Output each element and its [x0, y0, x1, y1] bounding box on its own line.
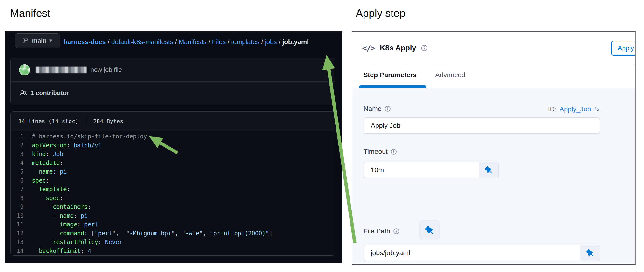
code-line-content: apiVersion: batch/v1 — [32, 142, 102, 149]
code-line-row: 11 image: perl — [10, 220, 335, 229]
line-number[interactable]: 6 — [10, 177, 32, 184]
info-icon[interactable] — [390, 149, 397, 155]
github-file-panel: main ▾ harness-docs / default-k8s-manife… — [5, 31, 342, 263]
avatar-image — [19, 64, 30, 75]
code-line-content: spec: — [32, 195, 63, 202]
step-id-block: ID: Apply_Job ✎ — [519, 105, 600, 113]
file-path-input-pin-toggle[interactable] — [580, 245, 600, 261]
step-header: </> K8s Apply Apply — [352, 32, 635, 64]
code-line-row: 2apiVersion: batch/v1 — [10, 141, 335, 150]
id-label: ID: — [548, 105, 556, 113]
file-size: 284 Bytes — [93, 118, 123, 124]
pin-icon — [425, 226, 434, 235]
info-icon[interactable] — [421, 45, 428, 51]
line-number[interactable]: 11 — [10, 221, 32, 228]
line-number[interactable]: 14 — [10, 248, 32, 255]
file-path-label: File Path — [364, 227, 390, 235]
line-number[interactable]: 7 — [10, 186, 32, 193]
breadcrumb-segment-link[interactable]: templates — [231, 38, 260, 46]
line-number[interactable]: 10 — [10, 213, 32, 219]
file-path-input-wrap — [364, 245, 600, 261]
line-number[interactable]: 12 — [10, 230, 32, 237]
line-number[interactable]: 1 — [10, 133, 32, 140]
info-icon[interactable] — [393, 228, 400, 234]
people-icon — [20, 89, 27, 97]
breadcrumb-segment-link[interactable]: Manifests — [178, 38, 206, 46]
code-line-content: spec: — [32, 177, 49, 184]
code-line-row: 7 template: — [10, 185, 335, 194]
code-line-content: containers: — [32, 204, 91, 210]
code-line-row: 9 containers: — [10, 203, 335, 212]
tab-step-parameters[interactable]: Step Parameters — [363, 71, 416, 79]
timeout-input[interactable] — [364, 162, 499, 178]
edit-pencil-icon[interactable]: ✎ — [594, 105, 600, 113]
contributors-label: 1 contributor — [30, 89, 69, 97]
avatar[interactable] — [19, 64, 30, 75]
git-branch-icon — [23, 37, 29, 44]
active-tab-indicator — [359, 85, 426, 87]
line-number[interactable]: 5 — [10, 168, 32, 175]
breadcrumb-segment-link[interactable]: default-k8s-manifests — [111, 38, 173, 46]
file-content-card: 14 lines (14 sloc) 284 Bytes 1# harness.… — [10, 111, 335, 256]
apply-button-label: Apply — [618, 45, 634, 52]
code-step-icon: </> — [362, 43, 375, 53]
breadcrumb-segment-link[interactable]: jobs — [265, 38, 277, 46]
breadcrumb-segment-link[interactable]: Files — [212, 38, 226, 46]
code-line-row: 10 - name: pi — [10, 212, 335, 220]
line-number[interactable]: 13 — [10, 239, 32, 246]
timeout-input-wrap — [364, 162, 499, 178]
timeout-label: Timeout — [364, 148, 388, 156]
breadcrumb: harness-docs / default-k8s-manifests / M… — [64, 35, 309, 49]
breadcrumb-separator: / — [206, 38, 212, 46]
breadcrumb-separator: / — [260, 38, 265, 46]
line-number[interactable]: 4 — [10, 160, 32, 166]
branch-selector-button[interactable]: main ▾ — [15, 33, 60, 48]
page: Manifest Apply step main ▾ harness-docs … — [0, 0, 644, 272]
code-body: 1# harness.io/skip-file-for-deploy2apiVe… — [10, 131, 335, 255]
tab-advanced[interactable]: Advanced — [435, 71, 466, 79]
name-input-wrap — [364, 117, 600, 134]
line-number[interactable]: 3 — [10, 151, 32, 157]
file-lines-count: 14 lines (14 sloc) — [18, 118, 78, 124]
commit-message-link[interactable]: new job file — [90, 66, 122, 73]
pin-icon — [586, 249, 594, 257]
code-line-content: restartPolicy: Never — [32, 239, 122, 246]
code-line-row: 8 spec: — [10, 194, 335, 203]
apply-step-title: Apply step — [356, 7, 405, 19]
file-path-input[interactable] — [364, 245, 600, 261]
id-value-link[interactable]: Apply_Job — [560, 105, 591, 113]
code-line-row: 13 restartPolicy: Never — [10, 238, 335, 247]
apply-changes-button[interactable]: Apply — [611, 41, 636, 56]
code-line-row: 3kind: Job — [10, 150, 335, 159]
file-meta-bar: 14 lines (14 sloc) 284 Bytes — [10, 112, 335, 131]
commit-box: new job file 1 contributor — [10, 58, 335, 104]
code-line-row: 14 backoffLimit: 4 — [10, 247, 335, 256]
file-path-pin-button[interactable] — [419, 220, 440, 241]
name-label-row: Name — [364, 105, 391, 113]
code-line-content: command: ["perl", "-Mbignum=bpi", "-wle"… — [32, 230, 272, 237]
info-icon[interactable] — [384, 106, 391, 112]
divider — [86, 117, 86, 126]
code-line-content: kind: Job — [32, 151, 63, 157]
timeout-pin-toggle[interactable] — [479, 162, 498, 178]
line-number[interactable]: 2 — [10, 142, 32, 149]
code-line-content: backoffLimit: 4 — [32, 248, 91, 255]
name-label: Name — [364, 105, 382, 113]
code-line-content: # harness.io/skip-file-for-deploy — [32, 133, 147, 140]
line-number[interactable]: 8 — [10, 195, 32, 202]
code-line-row: 4metadata: — [10, 159, 335, 168]
latest-commit-row: new job file — [10, 58, 335, 81]
step-parameters-content: Name ID: Apply_Job ✎ Timeout — [352, 88, 635, 264]
step-title: K8s Apply — [380, 44, 416, 52]
code-line-row: 6spec: — [10, 176, 335, 185]
redacted-author-name — [36, 66, 87, 73]
line-number[interactable]: 9 — [10, 204, 32, 210]
name-input[interactable] — [364, 117, 600, 134]
manifest-title: Manifest — [10, 7, 50, 19]
branch-name: main — [32, 37, 46, 44]
file-path-label-row: File Path — [364, 227, 400, 235]
code-line-content: name: pi — [32, 168, 67, 175]
timeout-label-row: Timeout — [364, 148, 397, 156]
contributors-link[interactable]: 1 contributor — [10, 81, 335, 104]
breadcrumb-repo-link[interactable]: harness-docs — [64, 38, 106, 46]
